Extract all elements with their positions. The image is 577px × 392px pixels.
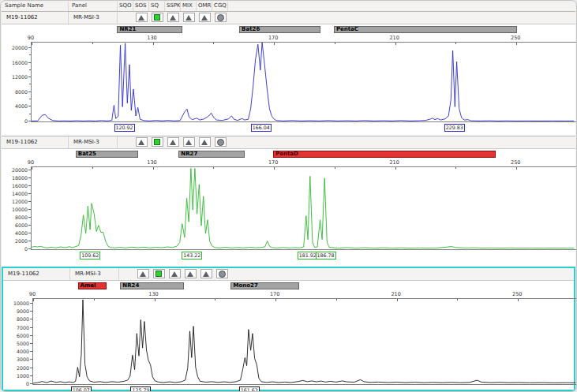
y-tick-label: 4000: [17, 349, 29, 354]
marker-bar-amel[interactable]: Amel: [78, 282, 107, 289]
sample-name: M19-11062: [3, 268, 70, 280]
sq-flag-box[interactable]: [152, 137, 163, 147]
x-tick-label: 250: [511, 35, 520, 41]
sos-flag-cell: [133, 137, 149, 148]
y-tick-label: 8000: [17, 316, 29, 322]
y-tick: [28, 225, 31, 226]
sos-flag-box[interactable]: [137, 269, 149, 278]
marker-band: Bat25NR27PentaD: [2, 151, 575, 159]
y-tick-label: 8000: [15, 88, 28, 94]
marker-bar-bat26[interactable]: Bat26: [239, 26, 320, 33]
y-tick-label: 16000: [12, 183, 28, 189]
y-tick-label: 16000: [12, 59, 28, 65]
sample-block-2: M19-11062 MR-MSI-3 Bat25NR27PentaD901301…: [2, 136, 575, 267]
cgq-flag-box[interactable]: [215, 13, 227, 22]
mix-flag-box[interactable]: [185, 269, 197, 278]
y-tick: [30, 311, 32, 312]
y-tick: [28, 177, 31, 178]
plot-area[interactable]: [32, 298, 577, 385]
y-minor-tick: [29, 99, 31, 99]
column-header-sqo: SQO: [118, 2, 133, 11]
sspk-flag-box[interactable]: [169, 269, 181, 278]
green-square-icon: [154, 14, 160, 21]
peak-size-label: 125.79: [130, 386, 151, 392]
x-tick-label: 210: [389, 35, 399, 41]
column-header-sos: SOS: [133, 2, 149, 11]
mix-flag-cell: [181, 13, 197, 24]
y-tick-label: 12000: [12, 199, 28, 204]
y-tick: [28, 193, 31, 194]
column-header-sq: SQ: [149, 2, 165, 11]
marker-bar-nr24[interactable]: NR24: [120, 282, 184, 289]
mix-flag-box[interactable]: [183, 137, 195, 147]
y-tick-label: 10000: [12, 207, 28, 212]
column-header-mix: MIX: [181, 2, 197, 11]
cgq-flag-cell: [212, 137, 228, 148]
triangle-icon: [201, 15, 208, 21]
sspk-flag-box[interactable]: [167, 137, 179, 147]
marker-bar-nr21[interactable]: NR21: [117, 26, 182, 33]
green-square-icon: [155, 271, 162, 277]
marker-bar-nr27[interactable]: NR27: [178, 151, 244, 158]
y-minor-tick: [29, 114, 31, 114]
y-tick: [30, 359, 32, 360]
x-tick-label: 210: [391, 291, 400, 297]
sspk-flag-box[interactable]: [167, 13, 179, 22]
triangle-icon: [140, 271, 146, 277]
y-tick-label: 2000: [15, 238, 28, 244]
mix-flag-box[interactable]: [183, 13, 195, 22]
y-axis: 040008000120001600020000: [2, 42, 31, 121]
y-tick-label: 20000: [12, 167, 28, 173]
sos-flag-box[interactable]: [136, 13, 148, 22]
marker-bar-bat25[interactable]: Bat25: [76, 151, 138, 158]
x-tick-label: 250: [511, 159, 520, 166]
plot-area[interactable]: [31, 42, 577, 122]
x-tick-label: 130: [147, 159, 156, 166]
sq-flag-box[interactable]: [153, 269, 165, 278]
cgq-flag-box[interactable]: [215, 137, 227, 147]
y-tick-label: 9000: [17, 308, 29, 314]
sspk-flag-cell: [165, 137, 181, 148]
cgq-flag-box[interactable]: [216, 269, 228, 278]
y-tick-label: 6000: [17, 332, 29, 338]
omr-flag-box[interactable]: [199, 137, 211, 147]
sample-row[interactable]: M19-11062 MR-MSI-3: [2, 12, 575, 24]
x-tick-label: 210: [389, 159, 399, 166]
trace-line: [32, 43, 577, 121]
sq-flag-box[interactable]: [152, 13, 163, 22]
x-tick-label: 170: [268, 35, 278, 41]
omr-flag-box[interactable]: [200, 269, 212, 278]
y-tick-label: 14000: [12, 191, 28, 196]
electropherogram-chart-3[interactable]: AmelNR24Mono2790130170210250010002000300…: [3, 281, 574, 390]
column-header-omr: OMR: [197, 2, 212, 11]
peak-size-label: 106.07: [71, 386, 92, 392]
triangle-icon: [187, 271, 193, 277]
y-tick-label: 10000: [13, 301, 29, 306]
omr-flag-cell: [198, 269, 214, 280]
y-axis: 0100020003000400050006000700080009000100…: [3, 298, 32, 383]
omr-flag-box[interactable]: [199, 13, 211, 22]
sample-row[interactable]: M19-11062 MR-MSI-3: [2, 136, 575, 149]
y-tick: [28, 47, 31, 48]
x-tick-label: 90: [29, 291, 36, 297]
y-tick-label: 1000: [17, 372, 29, 378]
electropherogram-chart-1[interactable]: NR21Bat26PentaC9013017021025004000800012…: [2, 24, 575, 136]
column-header-panel: Panel: [69, 2, 118, 11]
y-tick-label: 18000: [12, 175, 28, 181]
marker-bar-pentad[interactable]: PentaD: [273, 151, 496, 158]
quality-flags: [119, 268, 230, 280]
y-tick: [28, 62, 31, 63]
sqo-flag-cell: [118, 13, 133, 24]
marker-bar-mono27[interactable]: Mono27: [230, 282, 298, 289]
trace-line: [32, 167, 577, 249]
peak-size-label: 186.78: [315, 252, 335, 259]
trace-line: [33, 299, 577, 384]
plot-area[interactable]: [31, 166, 577, 250]
y-tick-label: 0: [24, 246, 28, 252]
marker-bar-pentac[interactable]: PentaC: [334, 26, 517, 33]
triangle-icon: [170, 15, 176, 21]
sos-flag-box[interactable]: [136, 137, 148, 147]
sample-row[interactable]: M19-11062 MR-MSI-3: [3, 268, 574, 281]
omr-flag-cell: [197, 13, 212, 24]
electropherogram-chart-2[interactable]: Bat25NR27PentaD9013017021025002000400060…: [2, 149, 575, 267]
